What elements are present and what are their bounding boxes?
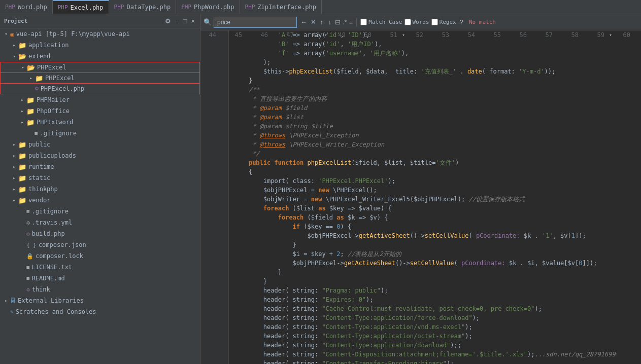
search-regex-option[interactable]: Regex bbox=[431, 19, 456, 25]
sidebar-header: Project ⚙ − □ × bbox=[0, 14, 200, 28]
md-file-icon: ≡ bbox=[26, 275, 30, 282]
tree-item-extend[interactable]: ▾ 📂 extend bbox=[0, 51, 200, 62]
php-icon-4: PHP bbox=[181, 4, 191, 10]
tree-label-vendor: vendor bbox=[28, 197, 50, 204]
tree-item-composer-lock[interactable]: 🔒 composer.lock bbox=[0, 250, 200, 262]
sidebar-minimize-btn[interactable]: − bbox=[174, 16, 180, 26]
code-line: } bbox=[234, 240, 641, 249]
search-result-text: No match bbox=[469, 19, 496, 25]
search-words-label: Words bbox=[413, 19, 429, 25]
tree-label-thinkphp: thinkphp bbox=[28, 186, 58, 193]
sidebar-close-btn[interactable]: × bbox=[190, 16, 196, 26]
search-prev-btn[interactable]: ← bbox=[299, 17, 309, 27]
code-line: foreach ($field as $k => $v) { bbox=[234, 213, 641, 222]
search-words-option[interactable]: Words bbox=[404, 19, 429, 25]
search-match-case-option[interactable]: Match Case bbox=[360, 19, 402, 25]
search-words-checkbox[interactable] bbox=[404, 19, 411, 25]
tree-arrow-static: ▸ bbox=[10, 175, 18, 180]
tree-item-travis[interactable]: ⚙ .travis.yml bbox=[0, 217, 200, 228]
tree-item-phpexcel-outer[interactable]: ▾ 📂 PHPExcel bbox=[0, 62, 200, 73]
folder-icon-phpoffice: 📁 bbox=[26, 107, 35, 115]
tree-label-vue-api: vue-api [tp-5] F:\myapp\vue-api bbox=[16, 30, 130, 38]
tree-arrow-phpmailer: ▸ bbox=[18, 97, 26, 102]
search-down-btn[interactable]: ↓ bbox=[327, 17, 333, 27]
php-file-icon: © bbox=[35, 85, 39, 92]
tree-item-phpoffice[interactable]: ▸ 📁 PhpOffice bbox=[0, 105, 200, 117]
code-line: $objWriter = new \PHPExcel_Writer_Excel5… bbox=[234, 195, 641, 204]
tree-item-application[interactable]: ▸ 📁 application bbox=[0, 40, 200, 51]
tree-item-build[interactable]: ⚙ build.php bbox=[0, 228, 200, 239]
tree-item-static[interactable]: ▸ 📁 static bbox=[0, 172, 200, 184]
tree-label-phpmailer: PHPMailer bbox=[37, 96, 70, 103]
folder-icon-publicuploads: 📁 bbox=[18, 152, 26, 160]
tree-label-static: static bbox=[28, 174, 50, 181]
tree-item-license[interactable]: ≡ LICENSE.txt bbox=[0, 262, 200, 273]
tree-item-composer-json[interactable]: { } composer.json bbox=[0, 239, 200, 250]
tree-label-phpexcel-outer: PHPExcel bbox=[37, 64, 66, 71]
tab-phpword-php[interactable]: PHP PhpWord.php bbox=[176, 0, 240, 14]
tree-item-vendor[interactable]: ▸ 📁 vendor bbox=[0, 195, 200, 206]
tree-label-readme: README.md bbox=[32, 275, 65, 282]
tree-item-ext-libraries[interactable]: ▸ 🗄 External Libraries bbox=[0, 295, 200, 306]
tab-datatype-php[interactable]: PHP DataType.php bbox=[109, 0, 177, 14]
tree-label-application: application bbox=[28, 42, 69, 49]
tree-arrow-vue-api: ▾ bbox=[2, 31, 10, 37]
search-filter-btn[interactable]: ⊟ bbox=[335, 18, 341, 26]
tree-arrow-ext-libraries: ▸ bbox=[2, 298, 10, 303]
tree-item-gitignore-root[interactable]: ≡ .gitignore bbox=[0, 206, 200, 217]
tab-word-php[interactable]: PHP Word.php bbox=[0, 0, 53, 14]
tree-item-phpmailer[interactable]: ▸ 📁 PHPMailer bbox=[0, 94, 200, 105]
yaml-file-icon: ⚙ bbox=[26, 220, 30, 226]
tab-zipinterface-php[interactable]: PHP ZipInterface.php bbox=[240, 0, 322, 14]
tree-label-extend: extend bbox=[28, 53, 50, 60]
search-up-btn[interactable]: ↑ bbox=[318, 17, 325, 27]
tree-item-public[interactable]: ▸ 📁 public bbox=[0, 139, 200, 150]
search-close-btn[interactable]: ✕ bbox=[311, 18, 316, 26]
sidebar-tree[interactable]: ▾ ◉ vue-api [tp-5] F:\myapp\vue-api ▸ 📁 … bbox=[0, 28, 200, 364]
sidebar: Project ⚙ − □ × ▾ ◉ vue-api [tp-5] F:\my… bbox=[0, 14, 200, 364]
tree-item-publicuploads[interactable]: ▸ 📁 publicuploads bbox=[0, 150, 200, 161]
txt-file-icon: ≡ bbox=[26, 264, 30, 271]
search-regex-filter-btn[interactable]: .* bbox=[343, 18, 347, 26]
tree-item-phpexcel-inner[interactable]: ▸ 📁 PHPExcel bbox=[0, 72, 200, 84]
tree-item-think[interactable]: ⚙ think bbox=[0, 284, 200, 295]
tree-label-travis: .travis.yml bbox=[32, 219, 72, 226]
search-options-btn[interactable]: ≡ bbox=[349, 18, 353, 26]
folder-icon-thinkphp: 📁 bbox=[18, 186, 26, 193]
tree-arrow-thinkphp: ▸ bbox=[10, 187, 18, 192]
tree-item-thinkphp[interactable]: ▸ 📁 thinkphp bbox=[0, 184, 200, 195]
search-help-btn[interactable]: ? bbox=[458, 17, 465, 27]
tree-item-phptxtword[interactable]: ▸ 📁 PHPtxtword bbox=[0, 117, 200, 128]
tree-item-runtime[interactable]: ▸ 📁 runtime bbox=[0, 161, 200, 172]
search-icon: 🔍 bbox=[204, 18, 212, 26]
tree-label-ext-libraries: External Libraries bbox=[18, 297, 84, 304]
search-match-case-checkbox[interactable] bbox=[360, 19, 367, 25]
tree-item-phpexcel-file[interactable]: © PHPExcel.php bbox=[0, 83, 200, 94]
code-line: $i = $key + 2; //表格是从2开始的 bbox=[234, 249, 641, 259]
tab-bar: PHP Word.php PHP Excel.php PHP DataType.… bbox=[0, 0, 641, 14]
sidebar-settings-btn[interactable]: ⚙ bbox=[164, 16, 172, 26]
tab-zipinterface-php-label: ZipInterface.php bbox=[257, 4, 316, 11]
tree-label-composer-lock: composer.lock bbox=[36, 252, 83, 260]
code-line: * @param $list bbox=[234, 113, 641, 122]
search-regex-checkbox[interactable] bbox=[431, 19, 438, 25]
main-layout: Project ⚙ − □ × ▾ ◉ vue-api [tp-5] F:\my… bbox=[0, 14, 641, 364]
tab-excel-php[interactable]: PHP Excel.php bbox=[53, 0, 109, 14]
tree-item-vue-api[interactable]: ▾ ◉ vue-api [tp-5] F:\myapp\vue-api bbox=[0, 28, 200, 40]
code-line: header( string: "Pragma: public"); bbox=[234, 286, 641, 295]
code-content[interactable]: 4445464748▾495051▾5253545556575859▾60616… bbox=[200, 30, 641, 364]
tree-item-gitignore-ext[interactable]: ≡ .gitignore bbox=[0, 128, 200, 139]
sidebar-expand-btn[interactable]: □ bbox=[182, 16, 188, 26]
tree-item-scratches[interactable]: ✎ Scratches and Consoles bbox=[0, 306, 200, 317]
sidebar-title: Project bbox=[4, 18, 164, 24]
folder-icon-phptxtword: 📁 bbox=[26, 119, 35, 126]
code-lines: 'A' => array('id', 'ID'), 'B' => array('… bbox=[229, 30, 641, 364]
tree-item-readme[interactable]: ≡ README.md bbox=[0, 273, 200, 284]
tree-arrow-public: ▸ bbox=[10, 142, 18, 147]
folder-icon-application: 📁 bbox=[18, 42, 26, 49]
code-line: public function phpExcelList($field, $li… bbox=[234, 158, 641, 167]
search-input[interactable] bbox=[214, 17, 297, 28]
folder-icon-phpexcel-outer: 📂 bbox=[27, 64, 35, 71]
json-file-icon: { } bbox=[26, 242, 37, 248]
text-file-icon: ≡ bbox=[35, 130, 38, 137]
